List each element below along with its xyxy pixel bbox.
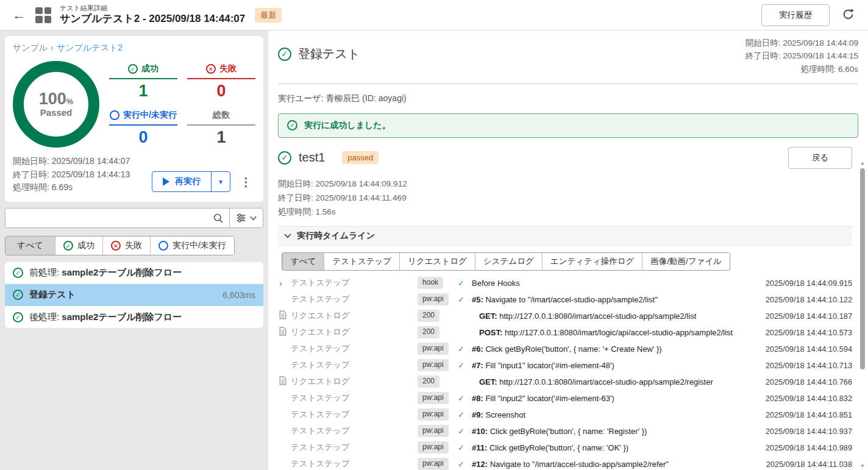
- chevron-down-icon: [250, 216, 257, 221]
- success-check-icon: [278, 151, 291, 165]
- timeline-row[interactable]: テストステップ pw:api #8: Fill "input2" locator…: [278, 390, 852, 407]
- timeline-row[interactable]: テストステップ hook Before Hooks 2025/09/18 14:…: [278, 275, 852, 291]
- meta-line: 終了日時: 2025/09/18 14:44:11.469: [278, 191, 852, 205]
- meta-line: 処理時間: 1.56s: [278, 205, 852, 219]
- filter-tab-failure[interactable]: 失敗: [102, 237, 150, 255]
- row-message: #11: Click getByRole('button', { name: '…: [472, 443, 749, 452]
- timeline-section-header[interactable]: 実行時タイムライン: [278, 226, 852, 246]
- test-case-item[interactable]: 後処理: sample2テーブル削除フロー: [5, 306, 263, 328]
- scrollbar-thumb[interactable]: [860, 168, 865, 369]
- meta-line: 開始日時: 2025/09/18 14:44:09: [745, 37, 858, 49]
- filter-tab-success[interactable]: 成功: [55, 237, 102, 255]
- meta-line: 処理時間: 6.60s: [745, 63, 858, 76]
- success-check-icon: [13, 268, 23, 278]
- row-badge: pw:api: [418, 441, 449, 454]
- document-icon: [279, 327, 286, 338]
- row-lead: [278, 407, 291, 423]
- row-timestamp: 2025/09/18 14:44:10.122: [749, 295, 852, 304]
- check-mark-icon: [458, 410, 472, 419]
- page-title: サンプルテスト2 - 2025/09/18 14:44:07: [60, 12, 245, 26]
- stat-failure-value: 0: [187, 82, 255, 101]
- timeline-row[interactable]: テストステップ pw:api #5: Navigate to "/imart/a…: [278, 291, 852, 308]
- timeline-row[interactable]: リクエストログ 200 GET: http://127.0.0.1:8080/i…: [278, 308, 852, 324]
- timeline-row[interactable]: テストステップ pw:api #10: Click getByRole('but…: [278, 423, 852, 440]
- vertical-scrollbar: ▲ ▼: [859, 161, 866, 469]
- page-subtitle: テスト結果詳細: [60, 4, 245, 12]
- timeline-tab[interactable]: テストステップ: [324, 253, 399, 270]
- refresh-icon[interactable]: [842, 8, 855, 23]
- summary-card: サンプル›サンプルテスト2 100% Passed 成功 1 失敗 0: [5, 36, 263, 202]
- row-type-label: テストステップ: [291, 425, 418, 436]
- success-alert: 実行に成功しました。: [278, 113, 858, 138]
- test-case-label: 前処理: sample2テーブル削除フロー: [29, 267, 182, 279]
- row-timestamp: 2025/09/18 14:44:10.766: [749, 377, 852, 386]
- test-case-prefix: 後処理:: [29, 312, 62, 322]
- back-icon[interactable]: [10, 9, 28, 22]
- sliders-icon: [236, 213, 246, 223]
- detail-title: 登録テスト: [298, 46, 360, 62]
- search-group: [5, 208, 263, 228]
- timeline-tab[interactable]: システムログ: [475, 253, 542, 270]
- timeline-tab[interactable]: すべて: [282, 253, 324, 270]
- test-case-prefix: 前処理:: [29, 267, 62, 277]
- chevron-right-icon[interactable]: [279, 279, 282, 288]
- row-type-label: テストステップ: [291, 442, 418, 453]
- row-type-label: リクエストログ: [291, 376, 418, 387]
- timeline-tab[interactable]: エンティティ操作ログ: [542, 253, 642, 270]
- check-mark-icon: [458, 460, 472, 469]
- latest-badge: 最新: [255, 8, 282, 23]
- breadcrumb-current-link[interactable]: サンプルテスト2: [57, 43, 123, 52]
- stat-total: 総数 1: [187, 110, 255, 148]
- chevron-down-icon: [284, 233, 291, 238]
- meta-line: 終了日時: 2025/09/18 14:44:15: [745, 49, 858, 62]
- scroll-up-arrow[interactable]: ▲: [859, 161, 866, 166]
- test-case-item[interactable]: 登録テスト 6,603ms: [5, 284, 263, 306]
- test-case-name: sample2テーブル削除フロー: [62, 312, 182, 322]
- sidebar: サンプル›サンプルテスト2 100% Passed 成功 1 失敗 0: [0, 30, 268, 470]
- execution-history-button[interactable]: 実行履歴: [761, 4, 830, 26]
- stat-failure: 失敗 0: [187, 63, 255, 101]
- pass-rate-percent: 100%: [39, 91, 74, 107]
- timeline-row[interactable]: テストステップ pw:api #11: Click getByRole('but…: [278, 440, 852, 456]
- test-case-item[interactable]: 前処理: sample2テーブル削除フロー: [5, 262, 263, 284]
- timeline-row[interactable]: テストステップ pw:api #12: Navigate to "/imart/…: [278, 456, 852, 470]
- more-options-icon[interactable]: [237, 174, 255, 190]
- row-type-label: テストステップ: [291, 360, 418, 371]
- search-icon[interactable]: [207, 213, 229, 224]
- row-timestamp: 2025/09/18 14:44:10.989: [749, 443, 852, 452]
- app-grid-icon[interactable]: [35, 7, 51, 23]
- search-input[interactable]: [5, 213, 207, 223]
- back-button[interactable]: 戻る: [788, 147, 852, 169]
- stat-success-value: 1: [109, 82, 177, 101]
- row-badge: 200: [418, 326, 439, 338]
- filter-tab-running[interactable]: 実行中/未実行: [150, 237, 234, 255]
- success-check-icon: [287, 120, 297, 130]
- check-circle-icon: [128, 64, 138, 74]
- timeline-row[interactable]: リクエストログ 200 POST: http://127.0.0.1:8080/…: [278, 324, 852, 341]
- timeline-tab[interactable]: リクエストログ: [399, 253, 475, 270]
- timeline-row[interactable]: テストステップ pw:api #6: Click getByRole('butt…: [278, 341, 852, 357]
- row-badge: pw:api: [418, 408, 449, 421]
- scroll-down-arrow[interactable]: ▼: [859, 464, 866, 469]
- document-icon: [279, 376, 286, 387]
- row-badge: pw:api: [418, 343, 449, 355]
- row-type-label: テストステップ: [291, 409, 418, 420]
- breadcrumb: サンプル›サンプルテスト2: [13, 43, 255, 54]
- rerun-button[interactable]: 再実行: [152, 172, 211, 191]
- row-badge: pw:api: [418, 392, 449, 404]
- pass-rate-donut: 100% Passed: [13, 61, 99, 148]
- row-lead: [278, 390, 291, 407]
- timeline-row[interactable]: リクエストログ 200 GET: http://127.0.0.1:8080/i…: [278, 374, 852, 390]
- play-icon: [163, 177, 169, 186]
- row-badge: pw:api: [418, 293, 449, 305]
- circle-icon: [110, 110, 119, 120]
- filter-options-button[interactable]: [229, 208, 263, 227]
- timeline-tab[interactable]: 画像/動画/ファイル: [642, 253, 730, 270]
- timeline-row[interactable]: テストステップ pw:api #7: Fill "input1" locator…: [278, 357, 852, 374]
- timeline-row[interactable]: テストステップ pw:api #9: Screenshot 2025/09/18…: [278, 407, 852, 423]
- row-timestamp: 2025/09/18 14:44:10.937: [749, 427, 852, 436]
- filter-tab-all[interactable]: すべて: [5, 237, 55, 255]
- row-badge: pw:api: [418, 458, 449, 470]
- rerun-dropdown-caret[interactable]: [211, 172, 230, 191]
- passed-badge: passed: [342, 151, 379, 164]
